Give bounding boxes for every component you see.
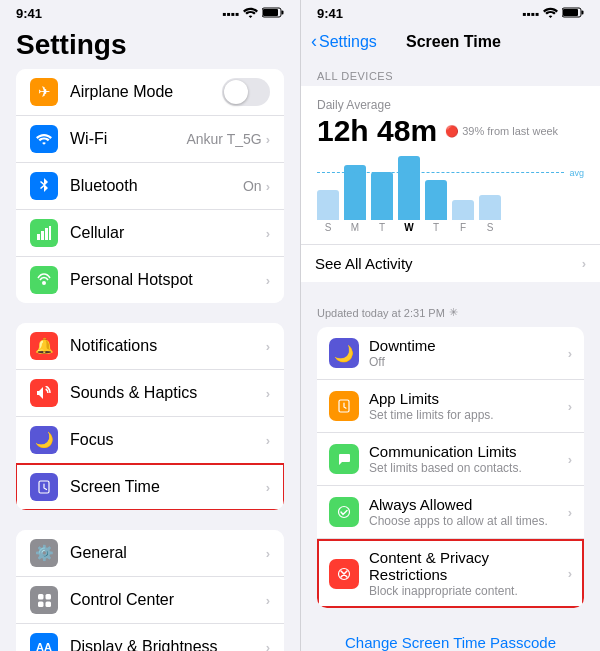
svg-rect-5 — [45, 228, 48, 240]
left-status-bar: 9:41 ▪▪▪▪ — [0, 0, 300, 25]
commlimits-title: Communication Limits — [369, 443, 568, 460]
general-row[interactable]: ⚙️ General › — [16, 530, 284, 577]
commlimits-icon — [329, 444, 359, 474]
focus-row[interactable]: 🌙 Focus › — [16, 417, 284, 464]
wifi-icon — [243, 7, 258, 21]
notifications-chevron: › — [266, 339, 270, 354]
airplane-toggle[interactable] — [222, 78, 270, 106]
sounds-row[interactable]: Sounds & Haptics › — [16, 370, 284, 417]
right-wifi-icon — [543, 7, 558, 21]
see-all-label: See All Activity — [315, 255, 582, 272]
svg-rect-6 — [49, 226, 51, 240]
cellular-icon — [30, 219, 58, 247]
downtime-chevron: › — [568, 346, 572, 361]
commlimits-subtitle: Set limits based on contacts. — [369, 461, 568, 475]
general-chevron: › — [266, 546, 270, 561]
bar-F — [452, 200, 474, 220]
right-panel: 9:41 ▪▪▪▪ ‹ Settings Screen Time ALL DEV… — [300, 0, 600, 651]
general-label: General — [70, 544, 266, 562]
svg-rect-19 — [563, 9, 578, 16]
airplane-label: Airplane Mode — [70, 83, 222, 101]
daily-card: Daily Average 12h 48m 🔴 39% from last we… — [301, 86, 600, 282]
bluetooth-label: Bluetooth — [70, 177, 243, 195]
bar-M-fill — [344, 165, 366, 220]
change-passcode[interactable]: Change Screen Time Passcode — [301, 624, 600, 651]
left-time: 9:41 — [16, 6, 42, 21]
commlimits-text: Communication Limits Set limits based on… — [369, 443, 568, 475]
alwaysallowed-subtitle: Choose apps to allow at all times. — [369, 514, 568, 528]
daily-avg-label: Daily Average — [317, 98, 584, 112]
daily-time: 12h 48m 🔴 39% from last week — [317, 114, 584, 148]
applimits-row[interactable]: App Limits Set time limits for apps. › — [317, 380, 584, 433]
svg-rect-4 — [41, 231, 44, 240]
downtime-subtitle: Off — [369, 355, 568, 369]
contentprivacy-icon — [329, 559, 359, 589]
downtime-row[interactable]: 🌙 Downtime Off › — [317, 327, 584, 380]
all-devices-label: ALL DEVICES — [301, 56, 600, 86]
see-all-chevron: › — [582, 256, 586, 271]
wifi-value: Ankur T_5G — [186, 131, 261, 147]
controlcenter-label: Control Center — [70, 591, 266, 609]
left-page-title: Settings — [16, 29, 284, 61]
display-icon: AA — [30, 633, 58, 651]
controlcenter-row[interactable]: Control Center › — [16, 577, 284, 624]
see-all-row[interactable]: See All Activity › — [301, 244, 600, 282]
bluetooth-value: On — [243, 178, 262, 194]
alwaysallowed-text: Always Allowed Choose apps to allow at a… — [369, 496, 568, 528]
bar-W-fill — [398, 156, 420, 220]
focus-label: Focus — [70, 431, 266, 449]
bluetooth-icon — [30, 172, 58, 200]
back-button[interactable]: ‹ Settings — [311, 31, 377, 52]
airplane-row[interactable]: ✈ Airplane Mode — [16, 69, 284, 116]
wifi-row-icon — [30, 125, 58, 153]
avg-line — [317, 172, 564, 173]
applimits-text: App Limits Set time limits for apps. — [369, 390, 568, 422]
right-nav-title: Screen Time — [377, 33, 530, 51]
applimits-title: App Limits — [369, 390, 568, 407]
sparkle-icon: ✳ — [449, 306, 458, 319]
svg-point-21 — [339, 507, 350, 518]
bar-S2 — [479, 195, 501, 220]
wifi-chevron: › — [266, 132, 270, 147]
bluetooth-chevron: › — [266, 179, 270, 194]
bar-T1 — [371, 172, 393, 220]
screentime-row[interactable]: Screen Time › — [16, 464, 284, 510]
display-row[interactable]: AA Display & Brightness › — [16, 624, 284, 651]
applimits-icon — [329, 391, 359, 421]
bar-S1-fill — [317, 190, 339, 220]
notifications-icon: 🔔 — [30, 332, 58, 360]
back-chevron-icon: ‹ — [311, 31, 317, 52]
cellular-row[interactable]: Cellular › — [16, 210, 284, 257]
alwaysallowed-row[interactable]: Always Allowed Choose apps to allow at a… — [317, 486, 584, 539]
hotspot-row[interactable]: Personal Hotspot › — [16, 257, 284, 303]
contentprivacy-row[interactable]: Content & Privacy Restrictions Block ina… — [317, 539, 584, 608]
settings-list: ✈ Airplane Mode Wi-Fi Ankur T_5G › Bluet… — [0, 69, 300, 651]
daily-time-value: 12h 48m — [317, 114, 437, 148]
wifi-row[interactable]: Wi-Fi Ankur T_5G › — [16, 116, 284, 163]
svg-rect-11 — [38, 601, 44, 607]
general-icon: ⚙️ — [30, 539, 58, 567]
svg-rect-12 — [45, 601, 51, 607]
sounds-label: Sounds & Haptics — [70, 384, 266, 402]
signal-icon: ▪▪▪▪ — [222, 7, 239, 21]
right-signal-icon: ▪▪▪▪ — [522, 7, 539, 21]
controlcenter-icon — [30, 586, 58, 614]
bar-W — [398, 156, 420, 220]
bar-S1 — [317, 190, 339, 220]
left-title-bar: Settings — [0, 25, 300, 69]
alwaysallowed-chevron: › — [568, 505, 572, 520]
commlimits-row[interactable]: Communication Limits Set limits based on… — [317, 433, 584, 486]
bluetooth-row[interactable]: Bluetooth On › — [16, 163, 284, 210]
right-time: 9:41 — [317, 6, 343, 21]
focus-chevron: › — [266, 433, 270, 448]
notifications-label: Notifications — [70, 337, 266, 355]
left-panel: 9:41 ▪▪▪▪ Settings ✈ Airplane Mode — [0, 0, 300, 651]
sounds-icon — [30, 379, 58, 407]
nav-bar: ‹ Settings Screen Time — [301, 25, 600, 56]
display-label: Display & Brightness — [70, 638, 266, 651]
back-label: Settings — [319, 33, 377, 51]
svg-rect-18 — [582, 10, 584, 14]
notifications-row[interactable]: 🔔 Notifications › — [16, 323, 284, 370]
svg-rect-10 — [45, 594, 51, 600]
updated-label: Updated today at 2:31 PM ✳ — [301, 298, 600, 327]
